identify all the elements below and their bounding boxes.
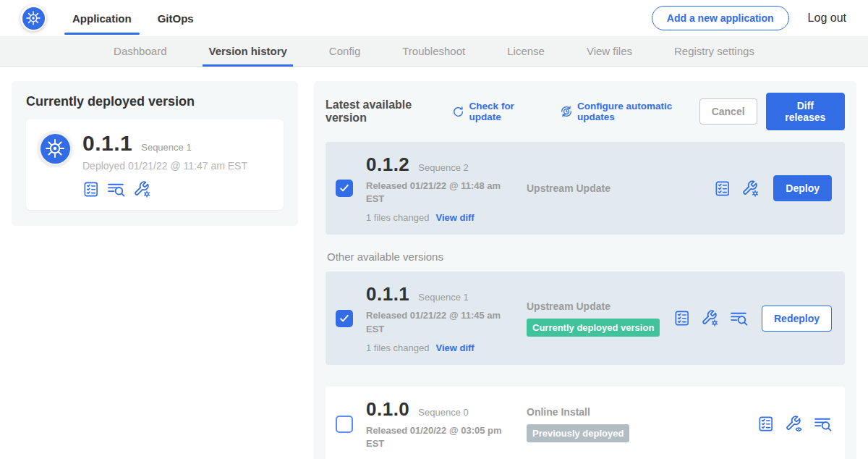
deployed-version-number: 0.1.1	[82, 131, 132, 156]
checkmark-icon	[338, 182, 351, 195]
version-checkbox[interactable]	[336, 310, 353, 327]
subnav-version-history[interactable]: Version history	[208, 36, 286, 67]
released-timestamp: Released 01/20/22 @ 03:05 pm EST	[366, 424, 505, 450]
deployed-sequence-label: Sequence 1	[141, 142, 191, 153]
previously-deployed-badge: Previously deployed	[527, 424, 629, 442]
sequence-label: Sequence 2	[418, 162, 468, 173]
files-changed-label: 1 files changed	[366, 212, 429, 223]
preflight-results-icon[interactable]	[730, 309, 748, 327]
version-number: 0.1.2	[366, 153, 409, 176]
configure-updates-link[interactable]: Configure automatic updates	[560, 101, 699, 122]
cancel-button[interactable]: Cancel	[699, 98, 757, 125]
subnav-troubleshoot[interactable]: Troubleshoot	[402, 36, 465, 67]
subnav-license[interactable]: License	[507, 36, 545, 67]
version-checkbox[interactable]	[336, 180, 353, 197]
tab-application[interactable]: Application	[72, 0, 132, 36]
version-source-label: Upstream Update	[527, 300, 673, 312]
refresh-icon	[452, 105, 464, 119]
view-diff-link[interactable]: View diff	[435, 342, 474, 353]
deploy-button[interactable]: Deploy	[773, 175, 832, 201]
kubernetes-logo	[20, 5, 46, 31]
preflight-results-icon[interactable]	[107, 180, 125, 198]
preflight-results-icon[interactable]	[814, 415, 832, 433]
kubernetes-wheel-icon	[43, 137, 67, 160]
app-sub-nav: Dashboard Version history Config Trouble…	[0, 36, 868, 67]
view-diff-link[interactable]: View diff	[435, 212, 474, 223]
version-row-0-1-1: 0.1.1 Sequence 1 Released 01/21/22 @ 11:…	[326, 271, 845, 364]
released-timestamp: Released 01/21/22 @ 11:48 am EST	[366, 180, 505, 206]
version-source-label: Upstream Update	[527, 182, 714, 194]
redeploy-button[interactable]: Redeploy	[762, 306, 832, 332]
logout-link[interactable]: Log out	[808, 12, 846, 25]
version-number: 0.1.0	[366, 398, 409, 421]
deployed-timestamp: Deployed 01/21/22 @ 11:47 am EST	[82, 160, 247, 172]
version-row-0-1-0: 0.1.0 Sequence 0 Released 01/20/22 @ 03:…	[326, 387, 845, 459]
clock-refresh-icon	[560, 104, 573, 119]
version-number: 0.1.1	[366, 283, 409, 306]
currently-deployed-title: Currently deployed version	[26, 94, 284, 109]
release-notes-icon[interactable]	[757, 416, 774, 432]
kubernetes-wheel-icon	[25, 9, 42, 27]
sequence-label: Sequence 0	[418, 407, 468, 418]
version-checkbox[interactable]	[336, 416, 353, 433]
latest-available-title: Latest available version	[326, 98, 443, 125]
edit-config-icon[interactable]	[133, 180, 151, 198]
released-timestamp: Released 01/21/22 @ 11:45 am EST	[366, 309, 505, 335]
deployed-version-card: 0.1.1 Sequence 1 Deployed 01/21/22 @ 11:…	[26, 119, 284, 210]
release-notes-icon[interactable]	[82, 181, 99, 198]
subnav-config[interactable]: Config	[329, 36, 360, 67]
checkmark-icon	[338, 312, 351, 325]
sequence-label: Sequence 1	[418, 292, 468, 303]
check-for-update-link[interactable]: Check for update	[452, 101, 541, 122]
edit-config-icon[interactable]	[741, 180, 760, 198]
currently-deployed-panel: Currently deployed version 0.1.1 Sequenc…	[12, 81, 298, 226]
app-logo	[38, 131, 72, 166]
release-notes-icon[interactable]	[714, 180, 731, 197]
view-config-icon[interactable]	[785, 415, 803, 433]
version-row-0-1-2: 0.1.2 Sequence 2 Released 01/21/22 @ 11:…	[326, 142, 845, 235]
top-nav: Application GitOps Add a new application…	[0, 0, 868, 36]
subnav-registry-settings[interactable]: Registry settings	[674, 36, 754, 67]
release-notes-icon[interactable]	[673, 310, 690, 327]
add-application-button[interactable]: Add a new application	[652, 6, 789, 30]
currently-deployed-badge: Currently deployed version	[527, 319, 660, 337]
diff-releases-button[interactable]: Diff releases	[766, 93, 845, 130]
subnav-view-files[interactable]: View files	[587, 36, 632, 67]
edit-config-icon[interactable]	[701, 309, 719, 327]
version-source-label: Online Install	[527, 406, 757, 418]
other-versions-title: Other available versions	[327, 250, 845, 263]
subnav-dashboard[interactable]: Dashboard	[114, 36, 166, 67]
version-history-panel: Latest available version Check for updat…	[314, 81, 856, 459]
files-changed-label: 1 files changed	[366, 342, 429, 353]
tab-gitops[interactable]: GitOps	[158, 0, 194, 36]
